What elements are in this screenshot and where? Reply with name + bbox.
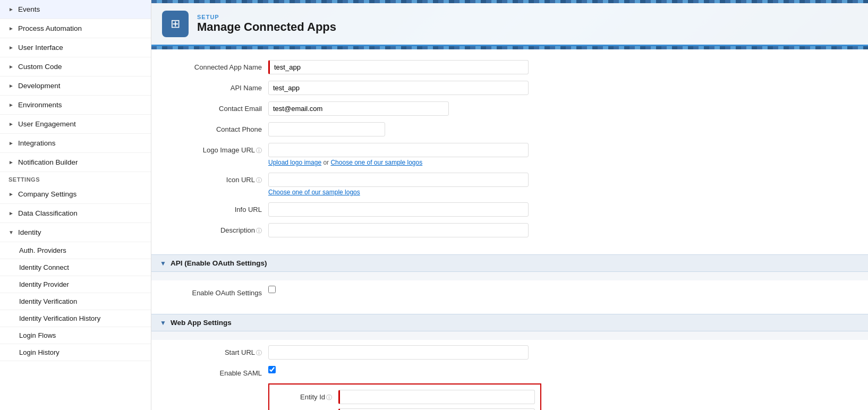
- entity-id-label: Entity Idⓘ: [275, 390, 338, 402]
- sidebar-sub-item-identity-verification[interactable]: Identity Verification: [0, 293, 151, 310]
- chevron-right-icon: ►: [8, 191, 14, 197]
- sidebar-item-label: Process Automation: [18, 24, 82, 32]
- sidebar-sub-item-label: Login Flows: [19, 331, 56, 339]
- api-name-row: API Name: [173, 81, 847, 95]
- sidebar-sub-item-label: Auth. Providers: [19, 246, 66, 254]
- contact-phone-row: Contact Phone: [173, 122, 847, 136]
- description-label: Descriptionⓘ: [173, 223, 268, 235]
- sidebar-item-label: Integrations: [18, 139, 56, 147]
- highlighted-saml-fields: Entity Idⓘ ACS URLⓘ: [268, 383, 541, 410]
- sidebar-sub-item-identity-verification-history[interactable]: Identity Verification History: [0, 310, 151, 327]
- sidebar-item-identity[interactable]: ▼ Identity: [0, 223, 151, 242]
- sidebar-sub-item-label: Identity Verification History: [19, 314, 100, 322]
- logo-url-label: Logo Image URLⓘ: [173, 143, 268, 155]
- icon-help-icon: ⓘ: [256, 177, 262, 183]
- header-icon: ⊞: [162, 11, 189, 37]
- enable-oauth-row: Enable OAuth Settings: [173, 286, 847, 297]
- sidebar-sub-item-auth-providers[interactable]: Auth. Providers: [0, 242, 151, 259]
- info-url-input[interactable]: [268, 202, 529, 217]
- collapse-triangle-icon[interactable]: ▼: [160, 260, 166, 267]
- chevron-right-icon: ►: [8, 210, 14, 216]
- icon-url-label: Icon URLⓘ: [173, 173, 268, 184]
- form-area: Connected App Name API Name Contact Emai…: [151, 49, 868, 410]
- sidebar-item-custom-code[interactable]: ► Custom Code: [0, 57, 151, 76]
- icon-url-input[interactable]: [268, 173, 529, 187]
- page-title: Manage Connected Apps: [197, 20, 336, 34]
- entity-id-input[interactable]: [338, 390, 535, 404]
- sidebar-item-label: User Interface: [18, 44, 63, 52]
- sidebar-item-data-classification[interactable]: ► Data Classification: [0, 204, 151, 223]
- sidebar-sub-item-identity-connect[interactable]: Identity Connect: [0, 259, 151, 276]
- sidebar-sub-item-label: Identity Provider: [19, 280, 69, 288]
- enable-oauth-label: Enable OAuth Settings: [173, 286, 268, 297]
- page-header: ⊞ SETUP Manage Connected Apps: [151, 3, 868, 49]
- sidebar-item-company-settings[interactable]: ► Company Settings: [0, 185, 151, 204]
- chevron-right-icon: ►: [8, 121, 14, 127]
- contact-email-label: Contact Email: [173, 101, 268, 113]
- enable-saml-row: Enable SAML: [173, 366, 847, 377]
- upload-logo-link[interactable]: Upload logo image: [268, 159, 321, 166]
- sidebar-item-notification-builder[interactable]: ► Notification Builder: [0, 153, 151, 172]
- header-text: SETUP Manage Connected Apps: [197, 14, 336, 34]
- start-url-help-icon: ⓘ: [256, 349, 262, 356]
- sidebar: ► Events ► Process Automation ► User Int…: [0, 0, 151, 410]
- sidebar-item-process-automation[interactable]: ► Process Automation: [0, 19, 151, 38]
- api-name-label: API Name: [173, 81, 268, 92]
- icon-helper: Choose one of our sample logos: [268, 189, 360, 196]
- connected-app-name-input[interactable]: [268, 60, 529, 74]
- sidebar-item-events[interactable]: ► Events: [0, 0, 151, 19]
- setup-label: SETUP: [197, 14, 336, 20]
- description-row: Descriptionⓘ: [173, 223, 847, 237]
- sidebar-item-environments[interactable]: ► Environments: [0, 96, 151, 115]
- chevron-right-icon: ►: [8, 64, 14, 70]
- entity-id-row: Entity Idⓘ: [275, 390, 535, 404]
- contact-email-input[interactable]: [268, 101, 449, 116]
- sidebar-item-label: Data Classification: [18, 209, 78, 217]
- webapp-section-title: Web App Settings: [171, 319, 232, 327]
- api-name-input[interactable]: [268, 81, 529, 95]
- basic-fields-section: Connected App Name API Name Contact Emai…: [151, 49, 868, 254]
- contact-phone-input[interactable]: [268, 122, 385, 136]
- start-url-input[interactable]: [268, 345, 529, 360]
- info-url-row: Info URL: [173, 202, 847, 217]
- sidebar-item-label: User Engagement: [18, 120, 76, 128]
- upload-or-text: or: [323, 159, 329, 166]
- sidebar-sub-item-identity-provider[interactable]: Identity Provider: [0, 276, 151, 293]
- collapse-triangle-icon-2[interactable]: ▼: [160, 319, 166, 327]
- sidebar-sub-item-label: Login History: [19, 348, 59, 356]
- oauth-section-header: ▼ API (Enable OAuth Settings): [151, 254, 868, 272]
- enable-saml-checkbox[interactable]: [268, 366, 276, 373]
- start-url-row: Start URLⓘ: [173, 345, 847, 360]
- info-url-label: Info URL: [173, 202, 268, 213]
- contact-phone-label: Contact Phone: [173, 122, 268, 133]
- sidebar-item-user-engagement[interactable]: ► User Engagement: [0, 115, 151, 134]
- connected-app-name-label: Connected App Name: [173, 60, 268, 71]
- sidebar-item-user-interface[interactable]: ► User Interface: [0, 38, 151, 57]
- chevron-right-icon: ►: [8, 6, 14, 12]
- webapp-section-header: ▼ Web App Settings: [151, 314, 868, 331]
- chevron-right-icon: ►: [8, 159, 14, 165]
- main-content: ⊞ SETUP Manage Connected Apps Connected …: [151, 0, 868, 410]
- oauth-section-title: API (Enable OAuth Settings): [171, 259, 267, 267]
- chevron-right-icon: ►: [8, 83, 14, 89]
- sidebar-sub-item-login-history[interactable]: Login History: [0, 344, 151, 361]
- sample-logos-link-2[interactable]: Choose one of our sample logos: [268, 189, 360, 196]
- logo-url-input[interactable]: [268, 143, 529, 157]
- icon-url-row: Icon URLⓘ Choose one of our sample logos: [173, 173, 847, 196]
- sidebar-item-label: Identity: [18, 228, 41, 236]
- connected-app-name-row: Connected App Name: [173, 60, 847, 74]
- logo-url-row: Logo Image URLⓘ Upload logo image or Cho…: [173, 143, 847, 166]
- sidebar-item-label: Events: [18, 5, 40, 13]
- apps-icon: ⊞: [171, 17, 180, 31]
- sample-logos-link-1[interactable]: Choose one of our sample logos: [330, 159, 422, 166]
- sidebar-item-integrations[interactable]: ► Integrations: [0, 134, 151, 153]
- oauth-section: Enable OAuth Settings: [151, 280, 868, 314]
- sidebar-item-development[interactable]: ► Development: [0, 76, 151, 96]
- description-input[interactable]: [268, 223, 529, 237]
- sidebar-sub-item-login-flows[interactable]: Login Flows: [0, 327, 151, 344]
- sidebar-sub-item-label: Identity Verification: [19, 297, 77, 305]
- sidebar-item-label: Development: [18, 82, 61, 90]
- enable-oauth-checkbox[interactable]: [268, 286, 276, 293]
- sidebar-sub-item-label: Identity Connect: [19, 263, 69, 271]
- desc-help-icon: ⓘ: [256, 227, 262, 234]
